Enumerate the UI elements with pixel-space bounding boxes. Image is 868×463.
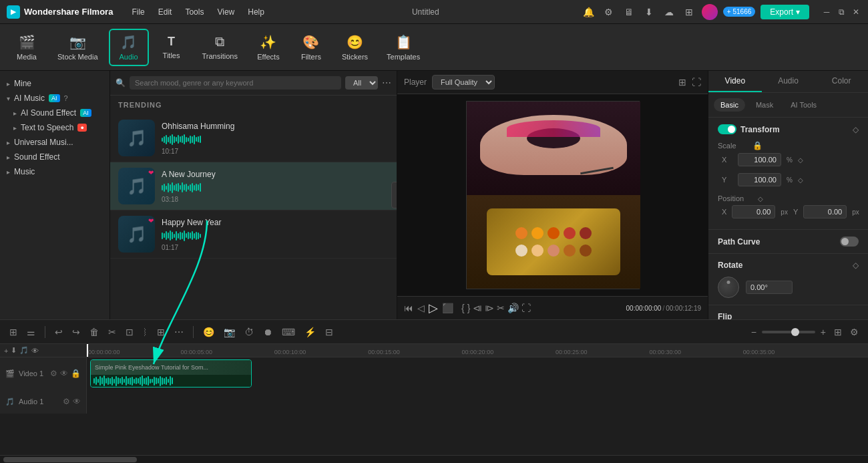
undo-icon[interactable]: ↩	[52, 325, 65, 339]
add-media-icon[interactable]: +	[4, 347, 8, 355]
sidebar-item-mine[interactable]: ▸ Mine	[0, 76, 110, 91]
zoom-in-icon[interactable]: +	[818, 325, 829, 339]
search-input[interactable]	[130, 76, 341, 90]
tool-templates[interactable]: 📋 Templates	[379, 30, 428, 65]
menu-edit[interactable]: Edit	[153, 6, 178, 18]
tool-transitions[interactable]: ⧉ Transitions	[194, 30, 246, 64]
tool-titles[interactable]: T Titles	[152, 31, 192, 63]
ai-cut-icon[interactable]: ⚡	[302, 325, 318, 339]
cloud-icon[interactable]: ☁	[662, 5, 676, 19]
tab-video[interactable]: Video	[708, 71, 762, 92]
audio-item-ohhisama[interactable]: 🎵 Ohhisama Humming 10:17	[110, 114, 397, 162]
position-x-input[interactable]	[732, 205, 775, 218]
scale-y-input[interactable]	[738, 173, 781, 186]
user-avatar[interactable]	[702, 4, 718, 20]
scene-icon[interactable]: ⊞	[7, 325, 20, 339]
camera-icon[interactable]: 📷	[221, 325, 238, 339]
position-y-input[interactable]	[803, 205, 847, 218]
sidebar-item-text-to-speech[interactable]: ▸ Text to Speech ●	[0, 120, 110, 135]
zoom-out-icon[interactable]: −	[748, 325, 759, 339]
tool-stickers[interactable]: 😊 Stickers	[334, 30, 376, 65]
sidebar-item-ai-sound-effect[interactable]: ▸ AI Sound Effect AI	[0, 106, 110, 120]
notification-icon[interactable]: 🔔	[582, 5, 596, 19]
menu-help[interactable]: Help	[242, 6, 270, 18]
crop-icon[interactable]: ⊡	[123, 325, 136, 339]
audio-item-new-journey[interactable]: ❤ 🎵 A New Journey 03:18	[110, 162, 397, 210]
timeline-scrollbar[interactable]	[0, 455, 868, 463]
settings-tl-icon[interactable]: ⚙	[847, 325, 861, 339]
video-track-settings-icon[interactable]: ⚙	[50, 369, 57, 378]
video-track-lock-icon[interactable]: 🔒	[71, 369, 81, 378]
tl-icon-extra1[interactable]: ⊟	[322, 325, 336, 339]
minimize-button[interactable]: ─	[821, 7, 832, 17]
tool-effects[interactable]: ✨ Effects	[248, 30, 288, 65]
grid-tl-icon[interactable]: ⊞	[831, 325, 845, 339]
timer-icon[interactable]: ⏱	[242, 325, 256, 339]
apps-icon[interactable]: ⊞	[682, 5, 696, 19]
scale-x-input[interactable]	[738, 153, 781, 166]
transform-keyframe-icon[interactable]: ◇	[853, 125, 859, 134]
redo-icon[interactable]: ↪	[69, 325, 83, 339]
mark-out-icon[interactable]: }	[467, 303, 471, 313]
subtab-mask[interactable]: Mask	[749, 98, 780, 112]
tab-color[interactable]: Color	[815, 71, 868, 92]
subtab-basic[interactable]: Basic	[714, 98, 745, 112]
path-curve-toggle[interactable]	[840, 237, 859, 247]
import-icon[interactable]: ⬇	[11, 346, 17, 355]
ai-music-help-icon[interactable]: ?	[64, 94, 68, 102]
fullscreen-icon[interactable]: ⛶	[521, 303, 531, 313]
sidebar-item-music[interactable]: ▸ Music	[0, 164, 110, 179]
scale-x-keyframe[interactable]: ◇	[798, 156, 803, 164]
subtab-ai-tools[interactable]: AI Tools	[784, 98, 823, 112]
transform-tl-icon[interactable]: ⊞	[154, 325, 168, 339]
full-screen-icon[interactable]: ⛶	[692, 77, 701, 88]
menu-view[interactable]: View	[212, 6, 240, 18]
cut-clip-icon[interactable]: ✂	[105, 325, 119, 339]
next-frame-icon[interactable]: ⧐	[485, 303, 494, 313]
track-icon[interactable]: ⚌	[24, 325, 38, 339]
menu-tools[interactable]: Tools	[180, 6, 209, 18]
split-icon[interactable]: ⧘	[140, 325, 150, 339]
zoom-slider[interactable]	[762, 331, 815, 333]
rotate-value-input[interactable]	[746, 281, 793, 294]
volume-icon[interactable]: 🔊	[507, 303, 519, 313]
position-keyframe[interactable]: ◇	[758, 195, 763, 202]
record-icon[interactable]: ⏺	[260, 325, 275, 339]
download-icon[interactable]: ⬇	[642, 5, 656, 19]
mark-in-icon[interactable]: {	[461, 303, 465, 313]
prev-frame-icon[interactable]: ⧏	[473, 303, 482, 313]
export-button[interactable]: Export ▾	[761, 5, 809, 19]
rotate-knob[interactable]	[718, 277, 739, 298]
tab-audio[interactable]: Audio	[762, 71, 815, 92]
search-filter[interactable]: All	[345, 76, 378, 90]
more-icon[interactable]: ⋯	[172, 325, 186, 339]
video-track-eye-icon[interactable]: 👁	[60, 369, 68, 378]
tool-media[interactable]: 🎬 Media	[7, 30, 47, 65]
stop-icon[interactable]: ⬛	[442, 303, 453, 313]
subtitle-icon[interactable]: ⌨	[279, 325, 298, 339]
maximize-button[interactable]: ⧉	[836, 7, 847, 17]
quality-select[interactable]: Full Quality	[432, 75, 495, 90]
cut-icon[interactable]: ✂	[497, 303, 505, 313]
grid-view-icon[interactable]: ⊞	[678, 77, 686, 88]
audio-track-eye-icon[interactable]: 👁	[73, 397, 81, 406]
scale-lock-icon[interactable]: 🔒	[752, 141, 763, 150]
collapse-panel-button[interactable]: ‹	[391, 182, 397, 208]
eye-ruler-icon[interactable]: 👁	[31, 347, 39, 355]
tool-audio[interactable]: 🎵 Audio	[109, 29, 149, 66]
sidebar-item-universal-music[interactable]: ▸ Universal Musi...	[0, 135, 110, 150]
rotate-keyframe-icon[interactable]: ◇	[853, 261, 859, 270]
tool-stock-media[interactable]: 📷 Stock Media	[49, 30, 106, 65]
tool-filters[interactable]: 🎨 Filters	[291, 30, 331, 65]
audio-track-settings-icon[interactable]: ⚙	[63, 397, 70, 406]
emoji-icon[interactable]: 😊	[200, 325, 217, 339]
delete-icon[interactable]: 🗑	[87, 325, 101, 339]
audio-item-happy-new-year[interactable]: ❤ 🎵 Happy New Year 01:17	[110, 210, 397, 259]
sidebar-item-sound-effect[interactable]: ▸ Sound Effect	[0, 150, 110, 164]
play-back-icon[interactable]: ◁	[417, 303, 425, 313]
search-more-icon[interactable]: ⋯	[382, 78, 391, 88]
video-clip[interactable]: Simple Pink Eyeshadow Tutorial for Som..…	[90, 359, 252, 388]
close-button[interactable]: ✕	[851, 7, 861, 17]
settings-icon[interactable]: ⚙	[602, 5, 616, 19]
menu-file[interactable]: File	[126, 6, 150, 18]
